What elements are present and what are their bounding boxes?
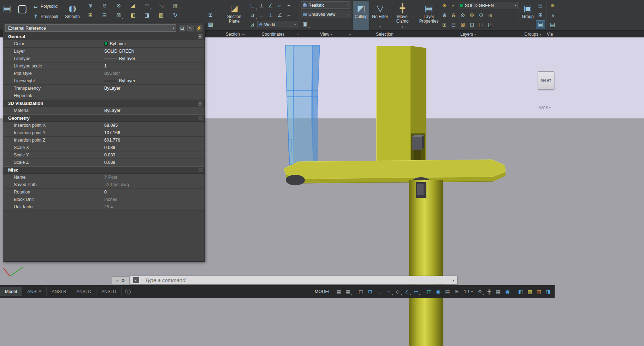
- command-line[interactable]: >_ ▾ Type a command ▴: [130, 276, 457, 285]
- materials-browser-icon[interactable]: ▤: [548, 20, 557, 29]
- presspull-button[interactable]: ↥ Presspull: [33, 13, 58, 20]
- merge-layers-icon[interactable]: ◰: [486, 20, 495, 29]
- toggle-pickadd-icon[interactable]: ⊞: [179, 25, 185, 31]
- property-row[interactable]: Scale Y 0.039: [3, 151, 205, 159]
- overflow-icon[interactable]: »: [349, 32, 351, 36]
- layer-thaw-icon[interactable]: ⊟: [449, 20, 458, 29]
- property-row[interactable]: Scale Z 0.039: [3, 159, 205, 166]
- status-gap[interactable]: [512, 287, 516, 296]
- panel-label-layers[interactable]: Layers ▾: [418, 31, 519, 38]
- property-value[interactable]: 0.039: [101, 159, 205, 166]
- property-value[interactable]: ByLayer: [101, 107, 205, 114]
- polar-tracking-icon[interactable]: ◔ ▾: [384, 287, 393, 296]
- layer-state-icon[interactable]: ⊕: [440, 11, 449, 19]
- vp-freeze-icon[interactable]: ◫: [477, 20, 485, 29]
- property-value[interactable]: [101, 92, 205, 99]
- property-row[interactable]: Rotation 0: [3, 189, 205, 196]
- property-value[interactable]: Y Post: [101, 174, 205, 181]
- named-view-select[interactable]: Unsaved View ▾: [301, 11, 350, 18]
- collapse-button[interactable]: −: [198, 34, 202, 39]
- sun-icon[interactable]: ☼: [449, 1, 457, 10]
- ucs-select[interactable]: ⊕ World ▾: [257, 21, 297, 28]
- notification-icon[interactable]: ▨: [534, 287, 543, 296]
- quick-select-icon[interactable]: ⚡: [196, 25, 202, 31]
- panel-label-cut[interactable]: Vie: [547, 31, 568, 38]
- property-value[interactable]: ByLayer: [101, 77, 205, 84]
- section-plane-button[interactable]: ◪ Section Plane: [224, 1, 244, 30]
- property-value[interactable]: 25.4: [101, 203, 205, 210]
- ucs-face-icon[interactable]: ⌐: [276, 1, 284, 10]
- property-value[interactable]: 0: [101, 189, 205, 196]
- panel-label-selection[interactable]: Selection: [353, 31, 417, 38]
- infer-constraints-icon[interactable]: ◫: [356, 287, 365, 296]
- section-header-misc[interactable]: Misc −: [3, 166, 205, 174]
- group-button[interactable]: ▣ Group: [520, 1, 536, 30]
- property-row[interactable]: Insertion point X 68.095: [3, 122, 205, 129]
- property-value[interactable]: ByColor: [101, 70, 205, 77]
- viewport-controls-button[interactable]: ▣ ▾: [301, 20, 309, 28]
- create-light-icon[interactable]: ☀: [548, 1, 557, 10]
- property-row[interactable]: Insertion point Z 601.776: [3, 137, 205, 144]
- property-value[interactable]: ByLayer: [101, 85, 205, 92]
- ucs-previous-icon[interactable]: ∠: [266, 1, 275, 10]
- model-cylinder[interactable]: [409, 180, 443, 346]
- layer-properties-button[interactable]: ▤ Layer Properties: [419, 1, 439, 30]
- ucs-object-icon[interactable]: ¬: [285, 1, 293, 10]
- ungroup-icon[interactable]: ⊟: [536, 1, 545, 10]
- ortho-mode-icon[interactable]: ∟: [375, 287, 384, 296]
- check-solid-icon[interactable]: ▨: [157, 11, 165, 19]
- collapse-button[interactable]: −: [198, 101, 202, 106]
- slot-block[interactable]: [412, 137, 422, 150]
- drawing-compare-icon[interactable]: ⊞: [206, 11, 215, 19]
- group-selection-on-icon[interactable]: ▣: [536, 20, 545, 29]
- overflow-icon[interactable]: »: [243, 32, 245, 36]
- overflow-icon[interactable]: »: [296, 32, 299, 36]
- property-row[interactable]: Plot style ByColor: [3, 70, 205, 77]
- annotation-visibility-icon[interactable]: ▤: [443, 287, 452, 296]
- named-ucs-button[interactable]: ⊿: [248, 20, 256, 29]
- layer-off-icon[interactable]: ⊖: [449, 11, 458, 19]
- no-filter-button[interactable]: ▽ No Filter ▾: [370, 1, 390, 30]
- ucs-origin-icon[interactable]: ⊿ ▾: [248, 11, 256, 19]
- intersect-icon[interactable]: ⊗: [114, 1, 123, 10]
- separate-solids-icon[interactable]: ◨: [143, 11, 151, 19]
- property-value[interactable]: ByLayer: [101, 55, 205, 62]
- mesh-section-icon[interactable]: ▩: [206, 20, 215, 29]
- close-icon[interactable]: ×: [116, 278, 119, 283]
- command-history-toggle[interactable]: ▴: [453, 278, 454, 282]
- property-row[interactable]: Linetype scale 1: [3, 62, 205, 70]
- property-row[interactable]: Transparency ByLayer: [3, 85, 205, 92]
- collapse-button[interactable]: −: [198, 116, 202, 120]
- section-header-general[interactable]: General −: [3, 33, 205, 40]
- layout-tab[interactable]: ANSI B: [47, 287, 71, 296]
- shell-icon[interactable]: ◧: [129, 11, 137, 19]
- thicken-icon[interactable]: ▧: [171, 1, 179, 10]
- culling-button[interactable]: ◩ Culling: [353, 1, 369, 30]
- fillet-edge-icon[interactable]: ◠ ▾: [143, 1, 151, 10]
- visual-style-select[interactable]: Realistic ▾: [301, 1, 350, 9]
- layout-tab[interactable]: ANSI D: [96, 287, 122, 296]
- select-objects-icon[interactable]: ↖: [187, 25, 194, 31]
- taper-faces-icon[interactable]: ◹: [157, 1, 165, 10]
- model-foot-left[interactable]: [286, 175, 305, 185]
- property-value[interactable]: 601.776: [101, 137, 205, 144]
- layer-walk-icon[interactable]: ⊞: [440, 20, 449, 29]
- command-input[interactable]: Type a command: [145, 277, 185, 283]
- layer-lock-icon[interactable]: ⊜: [468, 11, 476, 19]
- customization-button[interactable]: ⚙ ▾: [475, 287, 484, 296]
- property-value[interactable]: 1: [101, 62, 205, 70]
- extract-edges-icon[interactable]: ⊠ ▾: [114, 11, 123, 19]
- offset-edge-icon[interactable]: ⊟: [100, 11, 109, 19]
- move-gizmo-button[interactable]: ╋ Move Gizmo ▾: [391, 1, 413, 30]
- trusted-source-icon[interactable]: ◧: [516, 287, 525, 296]
- property-value[interactable]: 68.095: [101, 122, 205, 129]
- ucs-icon[interactable]: ∟ ▾: [248, 1, 256, 10]
- grid-display-icon[interactable]: ▦: [334, 287, 343, 296]
- slice-icon[interactable]: ◪: [129, 1, 137, 10]
- property-row[interactable]: Lineweight ByLayer: [3, 77, 205, 85]
- property-row[interactable]: Layer SOLID GREEN: [3, 48, 205, 55]
- ucs-x-rotate-icon[interactable]: ∠: [276, 11, 284, 19]
- property-value[interactable]: .\Y Post.dwg: [101, 181, 205, 188]
- property-row[interactable]: Name Y Post: [3, 174, 205, 181]
- layer-freeze-icon[interactable]: ⊘: [459, 11, 467, 19]
